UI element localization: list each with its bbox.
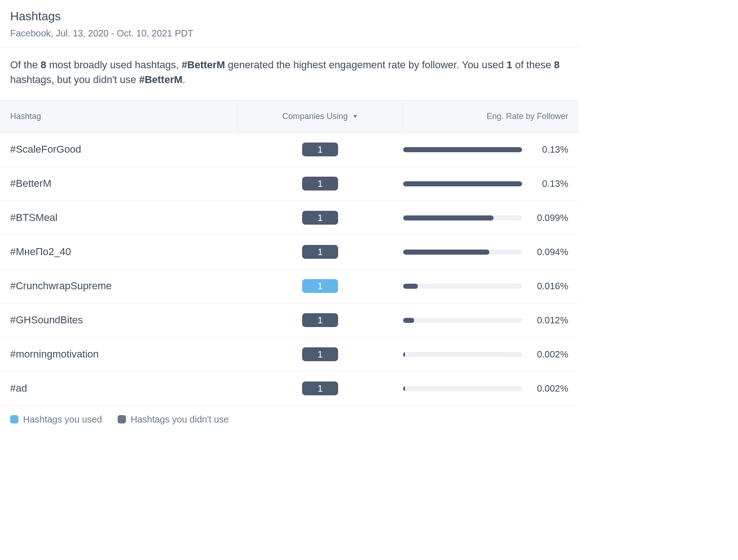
companies-pill: 1 xyxy=(302,279,338,293)
hashtag-cell: #GHSoundBites xyxy=(0,314,237,326)
eng-bar-fill xyxy=(403,386,405,391)
summary-mid3: of these xyxy=(512,59,554,71)
eng-cell: 0.002% xyxy=(403,383,578,394)
eng-cell: 0.002% xyxy=(403,349,578,360)
eng-value: 0.13% xyxy=(532,179,568,189)
table-row: #GHSoundBites10.012% xyxy=(0,304,578,338)
eng-cell: 0.012% xyxy=(403,315,578,326)
table-row: #CrunchwrapSupreme10.016% xyxy=(0,269,578,304)
table-row: #BTSMeal10.099% xyxy=(0,201,578,235)
summary-top-tag2: #BetterM xyxy=(139,74,182,85)
eng-value: 0.012% xyxy=(532,315,568,326)
companies-pill: 1 xyxy=(302,381,338,395)
summary-top-tag: #BetterM xyxy=(182,59,225,71)
summary-suffix: . xyxy=(183,74,185,85)
summary-total: 8 xyxy=(41,59,46,71)
hashtags-panel: Hashtags Facebook, Jul. 13, 2020 - Oct. … xyxy=(0,0,578,433)
eng-bar-track xyxy=(403,386,522,391)
eng-value: 0.099% xyxy=(532,213,568,223)
legend-used-label: Hashtags you used xyxy=(23,414,102,425)
companies-pill: 1 xyxy=(302,313,338,327)
legend-not-used: Hashtags you didn't use xyxy=(118,414,229,425)
col-header-eng[interactable]: Eng. Rate by Follower xyxy=(403,101,578,132)
eng-bar-track xyxy=(403,318,522,323)
eng-value: 0.002% xyxy=(532,383,568,394)
eng-cell: 0.13% xyxy=(403,144,578,155)
table-row: #morningmotivation10.002% xyxy=(0,338,578,372)
eng-bar-track xyxy=(403,215,522,220)
summary-mid4: hashtags, but you didn't use xyxy=(10,74,139,85)
companies-cell: 1 xyxy=(237,245,403,259)
chevron-down-icon: ▼ xyxy=(352,113,358,119)
hashtag-cell: #morningmotivation xyxy=(0,348,237,360)
companies-cell: 1 xyxy=(237,177,403,191)
companies-cell: 1 xyxy=(237,381,403,395)
eng-bar-track xyxy=(403,250,522,255)
panel-subtitle: Facebook, Jul. 13, 2020 - Oct. 10, 2021 … xyxy=(10,28,568,39)
eng-value: 0.002% xyxy=(532,349,568,360)
legend-used: Hashtags you used xyxy=(10,414,102,425)
eng-bar-fill xyxy=(403,250,489,255)
hashtag-cell: #ad xyxy=(0,382,237,394)
eng-bar-fill xyxy=(403,147,522,152)
companies-cell: 1 xyxy=(237,279,403,293)
eng-cell: 0.094% xyxy=(403,247,578,257)
table-row: #BetterM10.13% xyxy=(0,167,578,201)
panel-header: Hashtags Facebook, Jul. 13, 2020 - Oct. … xyxy=(0,0,578,47)
summary-prefix: Of the xyxy=(10,59,41,71)
hashtag-cell: #CrunchwrapSupreme xyxy=(0,280,237,292)
eng-cell: 0.016% xyxy=(403,281,578,292)
legend: Hashtags you used Hashtags you didn't us… xyxy=(0,406,578,433)
col-header-hashtag[interactable]: Hashtag xyxy=(0,101,237,132)
eng-bar-track xyxy=(403,181,522,186)
eng-cell: 0.099% xyxy=(403,213,578,223)
companies-cell: 1 xyxy=(237,143,403,156)
eng-bar-fill xyxy=(403,284,418,289)
legend-swatch-not-used xyxy=(118,415,126,423)
eng-value: 0.13% xyxy=(532,144,568,155)
companies-pill: 1 xyxy=(302,211,338,225)
eng-cell: 0.13% xyxy=(403,179,578,189)
summary-text: Of the 8 most broadly used hashtags, #Be… xyxy=(0,48,578,100)
eng-value: 0.016% xyxy=(532,281,568,292)
companies-cell: 1 xyxy=(237,313,403,327)
col-header-companies-label: Companies Using xyxy=(282,112,348,121)
eng-bar-track xyxy=(403,352,522,357)
summary-mid2: generated the highest engagement rate by… xyxy=(225,59,506,71)
hashtag-cell: #ScaleForGood xyxy=(0,143,237,155)
table-body: #ScaleForGood10.13%#BetterM10.13%#BTSMea… xyxy=(0,133,578,406)
companies-cell: 1 xyxy=(237,347,403,361)
eng-bar-track xyxy=(403,147,522,152)
panel-title: Hashtags xyxy=(10,9,568,24)
eng-value: 0.094% xyxy=(532,247,568,257)
eng-bar-track xyxy=(403,284,522,289)
hashtag-cell: #BTSMeal xyxy=(0,212,237,224)
eng-bar-fill xyxy=(403,352,405,357)
eng-bar-fill xyxy=(403,215,494,220)
summary-used: 1 xyxy=(506,59,512,71)
eng-bar-fill xyxy=(403,318,414,323)
col-header-companies[interactable]: Companies Using ▼ xyxy=(237,101,403,132)
table-row: #ad10.002% xyxy=(0,372,578,406)
summary-total2: 8 xyxy=(554,59,559,71)
legend-not-used-label: Hashtags you didn't use xyxy=(131,414,229,425)
eng-bar-fill xyxy=(403,181,522,186)
summary-mid1: most broadly used hashtags, xyxy=(46,59,182,71)
companies-pill: 1 xyxy=(302,347,338,361)
table-row: #ScaleForGood10.13% xyxy=(0,133,578,167)
table-header: Hashtag Companies Using ▼ Eng. Rate by F… xyxy=(0,100,578,133)
table-row: #МнеПо2_4010.094% xyxy=(0,235,578,269)
legend-swatch-used xyxy=(10,415,18,423)
companies-cell: 1 xyxy=(237,211,403,225)
hashtag-cell: #МнеПо2_40 xyxy=(0,246,237,258)
companies-pill: 1 xyxy=(302,143,338,156)
companies-pill: 1 xyxy=(302,177,338,191)
hashtag-cell: #BetterM xyxy=(0,178,237,190)
companies-pill: 1 xyxy=(302,245,338,259)
